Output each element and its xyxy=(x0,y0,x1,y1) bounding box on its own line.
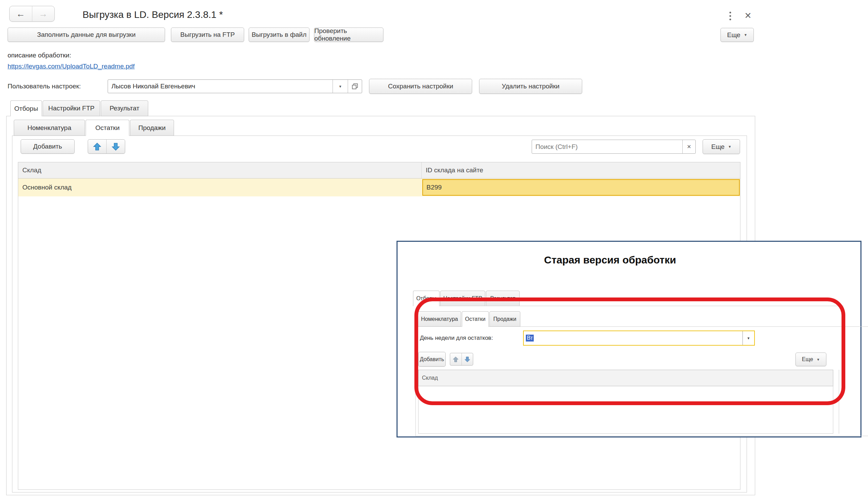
old-move-buttons xyxy=(450,353,473,366)
settings-user-dropdown[interactable]: ▼ xyxy=(333,80,348,93)
history-nav: ← → xyxy=(9,6,55,22)
old-subtab-nomenklatura[interactable]: Номенклатура xyxy=(418,311,461,327)
more-button-list-label: Еще xyxy=(711,143,725,151)
more-button-top-label: Еще xyxy=(727,31,740,39)
old-more-button-label: Еще xyxy=(802,356,813,362)
fill-data-button[interactable]: Заполнить данные для выгрузки xyxy=(8,28,165,42)
move-up-button[interactable] xyxy=(88,140,107,153)
chevron-down-icon: ▼ xyxy=(816,358,820,361)
forward-button[interactable]: → xyxy=(32,6,55,21)
old-table-header[interactable]: Склад xyxy=(418,370,833,386)
down-arrow-icon xyxy=(464,356,470,362)
table-row[interactable]: Основной склад B299 xyxy=(18,178,740,196)
old-tab-nastroyki-ftp[interactable]: Настройки FTP xyxy=(440,291,485,306)
tab-otbory[interactable]: Отборы xyxy=(10,100,42,116)
description-label: описание обработки: xyxy=(8,52,71,59)
old-more-button[interactable]: Еще ▼ xyxy=(795,353,826,366)
delete-settings-button[interactable]: Удалить настройки xyxy=(479,79,582,94)
more-button-top[interactable]: Еще ▼ xyxy=(720,28,754,42)
search-box[interactable]: × xyxy=(532,140,696,154)
old-move-up-button[interactable] xyxy=(450,353,462,365)
close-icon[interactable]: ✕ xyxy=(742,9,754,22)
choose-icon xyxy=(351,83,358,90)
old-subtab-ostatki[interactable]: Остатки xyxy=(462,311,489,327)
kebab-menu-icon[interactable] xyxy=(725,10,735,22)
move-buttons xyxy=(88,139,125,154)
chevron-down-icon: ▼ xyxy=(339,85,342,88)
up-arrow-icon xyxy=(453,356,459,362)
column-header-site-id[interactable]: ID склада на сайте xyxy=(422,162,740,178)
cell-sklad[interactable]: Основной склад xyxy=(18,178,422,196)
old-tab-rezultat[interactable]: Результат xyxy=(486,291,520,306)
add-button[interactable]: Добавить xyxy=(21,139,75,154)
chevron-down-icon: ▼ xyxy=(728,145,731,149)
down-arrow-icon xyxy=(111,142,120,151)
old-table-body[interactable] xyxy=(418,386,833,434)
upload-ftp-button[interactable]: Выгрузить на FTP xyxy=(171,28,244,42)
back-button[interactable]: ← xyxy=(10,6,32,21)
more-button-list[interactable]: Еще ▼ xyxy=(703,139,740,154)
subtab-nomenklatura[interactable]: Номенклатура xyxy=(14,120,85,136)
old-version-panel: Старая версия обработки Отборы Настройки… xyxy=(397,241,861,437)
tab-nastroyki-ftp[interactable]: Настройки FTP xyxy=(43,100,100,116)
settings-user-label: Пользователь настроек: xyxy=(8,79,81,93)
old-add-button[interactable]: Добавить xyxy=(418,352,446,367)
weekday-dropdown[interactable]: ▼ xyxy=(742,331,754,345)
old-tab-baseline xyxy=(413,306,844,306)
save-settings-button[interactable]: Сохранить настройки xyxy=(369,79,472,94)
subtab-ostatki[interactable]: Остатки xyxy=(86,120,129,136)
cell-site-id[interactable]: B299 xyxy=(422,179,740,196)
old-tab-otbory[interactable]: Отборы xyxy=(413,291,440,306)
old-move-down-button[interactable] xyxy=(462,353,473,365)
weekday-value: Вт xyxy=(526,335,534,342)
settings-user-input[interactable] xyxy=(108,80,333,93)
upload-file-button[interactable]: Выгрузить в файл xyxy=(249,28,310,42)
readme-link[interactable]: https://levgas.com/UploadToLD_readme.pdf xyxy=(8,63,135,70)
warehouse-table-header[interactable]: Склад ID склада на сайте xyxy=(18,162,740,178)
old-subtab-prodazhi[interactable]: Продажи xyxy=(489,311,520,327)
clear-icon: × xyxy=(687,143,691,151)
check-update-button[interactable]: Проверить обновление xyxy=(314,28,383,42)
column-header-sklad[interactable]: Склад xyxy=(18,162,422,178)
page-title: Выгрузка в LD. Версия 2.3.8.1 * xyxy=(83,8,223,22)
chevron-down-icon: ▼ xyxy=(747,336,750,340)
chevron-down-icon: ▼ xyxy=(744,33,747,37)
settings-user-choose-button[interactable] xyxy=(348,80,362,93)
move-down-button[interactable] xyxy=(107,140,125,153)
up-arrow-icon xyxy=(93,142,101,151)
tab-rezultat[interactable]: Результат xyxy=(101,100,148,116)
settings-user-field[interactable]: ▼ xyxy=(108,79,362,93)
search-clear-button[interactable]: × xyxy=(682,140,695,153)
weekday-label: День недели для остатков: xyxy=(420,331,493,346)
search-input[interactable] xyxy=(532,140,682,153)
subtab-prodazhi[interactable]: Продажи xyxy=(130,120,174,136)
old-version-title: Старая версия обработки xyxy=(398,254,860,266)
weekday-combobox[interactable]: Вт ▼ xyxy=(523,331,755,346)
